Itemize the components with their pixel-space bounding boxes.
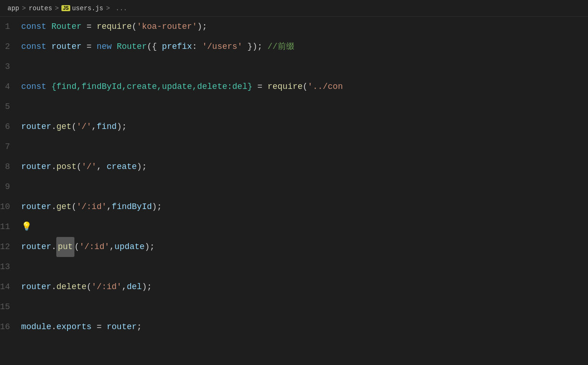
line-num-10: 10 bbox=[0, 197, 14, 217]
token: ( bbox=[74, 237, 80, 257]
line-num-5: 5 bbox=[0, 97, 14, 117]
token: = bbox=[81, 37, 96, 57]
breadcrumb-sep-1: > bbox=[22, 5, 26, 12]
editor: 1 2 3 4 5 6 7 8 9 10 11 12 13 14 15 16 c… bbox=[0, 17, 588, 365]
token: Router bbox=[51, 17, 81, 37]
token: , bbox=[97, 157, 107, 177]
line-numbers: 1 2 3 4 5 6 7 8 9 10 11 12 13 14 15 16 bbox=[0, 17, 14, 365]
line-num-11: 11 bbox=[0, 217, 14, 237]
line-num-7: 7 bbox=[0, 137, 14, 157]
code-line-1: const Router = require('koa-router'); bbox=[21, 17, 343, 37]
token: '/' bbox=[81, 157, 96, 177]
token: router bbox=[21, 117, 52, 137]
token: router bbox=[107, 317, 137, 337]
token bbox=[47, 17, 52, 37]
token: router bbox=[21, 157, 52, 177]
token: = bbox=[81, 17, 96, 37]
token: post bbox=[56, 157, 76, 177]
code-line-12: router.put('/:id',update); bbox=[21, 237, 343, 257]
token: . bbox=[51, 117, 56, 137]
token: = bbox=[92, 317, 107, 337]
breadcrumb-sep-2: > bbox=[55, 5, 59, 12]
token: router bbox=[21, 197, 52, 217]
token: find bbox=[97, 117, 117, 137]
token: create bbox=[107, 157, 137, 177]
lightbulb-icon[interactable]: 💡 bbox=[21, 217, 32, 237]
token: update bbox=[114, 237, 145, 257]
token: router bbox=[21, 277, 52, 297]
breadcrumb-sep-3: > bbox=[106, 5, 110, 12]
token bbox=[47, 77, 52, 97]
token: '/users' bbox=[202, 37, 242, 57]
token: , bbox=[109, 237, 114, 257]
code-line-15 bbox=[21, 297, 343, 317]
token: Router bbox=[117, 37, 147, 57]
breadcrumb-ellipsis: ... bbox=[115, 5, 127, 12]
line-num-13: 13 bbox=[0, 257, 14, 277]
code-line-10: router.get('/:id',findById); bbox=[21, 197, 343, 217]
token: ( bbox=[132, 17, 137, 37]
token: , bbox=[107, 197, 112, 217]
token: router bbox=[21, 237, 52, 257]
code-line-5 bbox=[21, 97, 343, 117]
token: . bbox=[51, 237, 56, 257]
line-num-14: 14 bbox=[0, 277, 14, 297]
token: ( bbox=[87, 277, 92, 297]
code-line-9 bbox=[21, 177, 343, 197]
token: ; bbox=[137, 317, 142, 337]
token: //前缀 bbox=[267, 37, 294, 57]
token: require bbox=[267, 77, 303, 97]
line-num-4: 4 bbox=[0, 77, 14, 97]
token: '/:id' bbox=[76, 197, 107, 217]
line-num-16: 16 bbox=[0, 317, 14, 337]
line-num-3: 3 bbox=[0, 57, 14, 77]
token: del bbox=[127, 277, 141, 297]
code-line-13 bbox=[21, 257, 343, 277]
token: findById bbox=[112, 197, 152, 217]
token: prefix bbox=[162, 37, 192, 57]
token bbox=[112, 37, 117, 57]
token: ); bbox=[137, 157, 147, 177]
token: module bbox=[21, 317, 52, 337]
breadcrumb-app[interactable]: app bbox=[7, 5, 19, 12]
code-line-4: const {find,findById,create,update,delet… bbox=[21, 77, 343, 97]
token: = bbox=[253, 77, 267, 97]
token: ( bbox=[76, 157, 81, 177]
token: const bbox=[21, 77, 47, 97]
token: ({ bbox=[147, 37, 162, 57]
token: ); bbox=[145, 237, 155, 257]
code-line-3 bbox=[21, 57, 343, 77]
line-num-15: 15 bbox=[0, 297, 14, 317]
js-file-icon: JS bbox=[61, 5, 70, 11]
token: {find,findById,create,update,delete:del} bbox=[51, 77, 252, 97]
token: : bbox=[192, 37, 202, 57]
token: ); bbox=[197, 17, 207, 37]
token: require bbox=[97, 17, 132, 37]
token: '/:id' bbox=[92, 277, 122, 297]
token: delete bbox=[56, 277, 87, 297]
code-line-7 bbox=[21, 137, 343, 157]
token: router bbox=[51, 37, 81, 57]
breadcrumb-filename[interactable]: users.js bbox=[72, 5, 103, 12]
token: . bbox=[51, 317, 56, 337]
token: get bbox=[56, 197, 71, 217]
token: exports bbox=[56, 317, 92, 337]
line-num-1: 1 bbox=[0, 17, 14, 37]
token: ); bbox=[142, 277, 152, 297]
token: new bbox=[97, 37, 112, 57]
token: }); bbox=[242, 37, 267, 57]
token: '../con bbox=[307, 77, 343, 97]
token: get bbox=[56, 117, 71, 137]
token-put-highlighted: put bbox=[56, 237, 74, 257]
breadcrumb-routes[interactable]: routes bbox=[29, 5, 52, 12]
token: ); bbox=[117, 117, 127, 137]
line-num-12: 12 bbox=[0, 237, 14, 257]
code-line-11: 💡 bbox=[21, 217, 343, 237]
code-line-14: router.delete('/:id',del); bbox=[21, 277, 343, 297]
token: ( bbox=[303, 77, 308, 97]
token: . bbox=[51, 197, 56, 217]
token bbox=[47, 37, 52, 57]
code-line-16: module.exports = router; bbox=[21, 317, 343, 337]
code-content[interactable]: const Router = require('koa-router'); co… bbox=[14, 17, 343, 365]
code-line-8: router.post('/', create); bbox=[21, 157, 343, 177]
